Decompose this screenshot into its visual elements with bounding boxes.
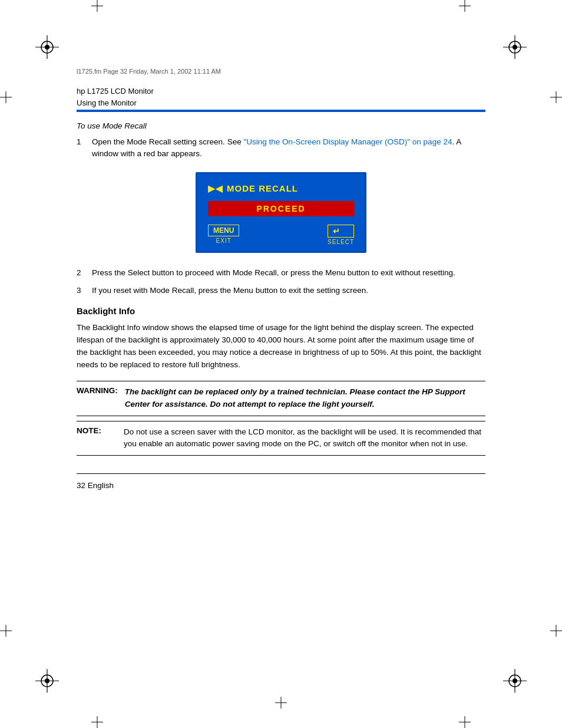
book-title: hp L1725 LCD Monitor Using the Monitor xyxy=(77,85,485,108)
backlight-heading: Backlight Info xyxy=(77,306,485,316)
step-2: 2 Press the Select button to proceed wit… xyxy=(77,267,485,279)
note-table: NOTE: Do not use a screen saver with the… xyxy=(77,421,485,456)
step-1-link[interactable]: "Using the On-Screen Display Manager (OS… xyxy=(243,137,452,146)
osd-proceed-button[interactable]: PROCEED xyxy=(208,201,354,216)
step-3: 3 If you reset with Mode Recall, press t… xyxy=(77,285,485,297)
svg-point-3 xyxy=(45,45,49,50)
content-area: l1725.fm Page 32 Friday, March 1, 2002 1… xyxy=(77,0,485,490)
warning-row: WARNING: The backlight can be replaced o… xyxy=(77,381,485,416)
steps-list-2: 2 Press the Select button to proceed wit… xyxy=(77,267,485,297)
osd-menu-group: MENU EXIT xyxy=(208,225,239,244)
corner-mark-bl xyxy=(35,669,59,693)
step-3-text: If you reset with Mode Recall, press the… xyxy=(92,285,368,297)
tick-right-bottom xyxy=(550,625,562,637)
steps-list: 1 Open the Mode Recall setting screen. S… xyxy=(77,136,485,160)
osd-exit-label: EXIT xyxy=(208,238,239,244)
tick-top-right xyxy=(459,0,471,12)
step-1: 1 Open the Mode Recall setting screen. S… xyxy=(77,136,485,160)
note-row: NOTE: Do not use a screen saver with the… xyxy=(77,421,485,456)
osd-arrow-icon: ▶◀ xyxy=(208,183,223,194)
svg-point-15 xyxy=(513,678,517,683)
tick-bottom-center xyxy=(275,697,287,710)
footer-rule xyxy=(77,473,485,474)
step-1-num: 1 xyxy=(77,136,86,160)
backlight-body: The Backlight Info window shows the elap… xyxy=(77,322,485,371)
svg-point-11 xyxy=(45,678,49,683)
osd-select-label: SELECT xyxy=(328,239,354,245)
osd-select-group: ↵ SELECT xyxy=(328,225,354,245)
tick-left-top xyxy=(0,91,12,103)
warning-content: The backlight can be replaced only by a … xyxy=(125,381,485,416)
osd-wrapper: ▶◀ MODE RECALL PROCEED MENU EXIT ↵ SELEC… xyxy=(77,172,485,253)
note-label: NOTE: xyxy=(77,421,124,456)
corner-mark-br xyxy=(503,669,527,693)
osd-title-row: ▶◀ MODE RECALL xyxy=(208,183,354,194)
note-content: Do not use a screen saver with the LCD m… xyxy=(124,421,485,456)
step-3-num: 3 xyxy=(77,285,86,297)
osd-menu-button[interactable]: MENU xyxy=(208,225,239,236)
step-1-text: Open the Mode Recall setting screen. See… xyxy=(92,136,485,160)
svg-point-7 xyxy=(513,45,517,50)
file-info: l1725.fm Page 32 Friday, March 1, 2002 1… xyxy=(77,68,485,75)
tick-left-bottom xyxy=(0,625,12,637)
tick-bottom-right xyxy=(459,716,471,728)
corner-mark-tr xyxy=(503,35,527,59)
osd-select-button[interactable]: ↵ xyxy=(328,225,354,238)
osd-bottom-row: MENU EXIT ↵ SELECT xyxy=(208,225,354,245)
warning-table: WARNING: The backlight can be replaced o… xyxy=(77,381,485,416)
osd-screen: ▶◀ MODE RECALL PROCEED MENU EXIT ↵ SELEC… xyxy=(196,172,366,253)
step-2-num: 2 xyxy=(77,267,86,279)
corner-mark-tl xyxy=(35,35,59,59)
tick-right-top xyxy=(550,91,562,103)
page: l1725.fm Page 32 Friday, March 1, 2002 1… xyxy=(0,0,562,728)
osd-title: MODE RECALL xyxy=(227,183,298,193)
footer-page: 32 English xyxy=(77,481,485,490)
tick-bottom-left xyxy=(91,716,103,728)
section-italic-heading: To use Mode Recall xyxy=(77,121,485,130)
step-2-text: Press the Select button to proceed with … xyxy=(92,267,455,279)
blue-rule xyxy=(77,110,485,112)
tick-top-left xyxy=(91,0,103,12)
warning-label: WARNING: xyxy=(77,381,125,416)
